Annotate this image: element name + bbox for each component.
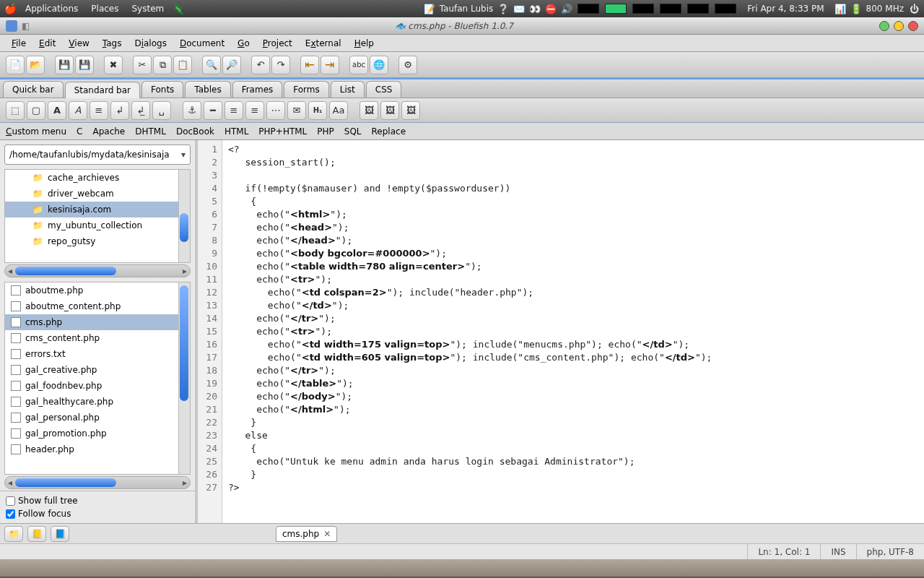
copy-button[interactable]: ⧉ <box>153 56 172 74</box>
file-item[interactable]: gal_creative.php <box>5 362 190 378</box>
tree-item[interactable]: 📁driver_webcam <box>5 186 190 202</box>
file-item[interactable]: errors.txt <box>5 346 190 362</box>
submenu-dhtml[interactable]: DHTML <box>135 126 166 137</box>
submenu-sql[interactable]: SQL <box>344 126 362 137</box>
battery-icon[interactable]: 🔋 <box>850 3 862 14</box>
tree-item[interactable]: 📁repo_gutsy <box>5 233 190 249</box>
menu-dialogs[interactable]: Dialogs <box>128 37 173 50</box>
block-icon[interactable]: ⛔ <box>545 3 557 14</box>
indent-left-button[interactable]: ⇤ <box>300 56 319 74</box>
tb2-quickstart[interactable]: ⬚ <box>6 101 25 120</box>
browser-button[interactable]: 🌐 <box>370 56 388 74</box>
tree-hscroll[interactable]: ◂▸ <box>4 264 191 277</box>
tb2-italic[interactable]: A <box>69 101 87 120</box>
tb2-nbsp[interactable]: ␣ <box>152 101 171 120</box>
panel-btn-3[interactable]: 📘 <box>51 526 69 542</box>
file-item[interactable]: aboutme.php <box>5 282 190 298</box>
submenu-php-html[interactable]: PHP+HTML <box>258 126 307 137</box>
menu-project[interactable]: Project <box>257 37 298 50</box>
path-combo[interactable]: /home/taufanlubis/mydata/kesinisaja ▾ <box>4 144 191 165</box>
code-area[interactable]: <? session_start(); if(!empty($namauser)… <box>222 140 924 523</box>
panel-btn-2[interactable]: 📒 <box>27 526 46 542</box>
tb2-rightalign[interactable]: ≡ <box>245 101 264 120</box>
new-button[interactable]: 📄 <box>6 56 25 74</box>
close-file-button[interactable]: ✖ <box>104 56 123 74</box>
minimize-button[interactable] <box>879 21 889 31</box>
mail-icon[interactable]: ✉️ <box>513 3 525 14</box>
tb2-bold[interactable]: A <box>48 101 66 120</box>
find-button[interactable]: 🔍 <box>202 56 221 74</box>
submenu-c[interactable]: C <box>77 126 82 137</box>
tab-quick-bar[interactable]: Quick bar <box>3 81 64 98</box>
submenu-html[interactable]: HTML <box>225 126 248 137</box>
titlebar[interactable]: ◧ 🐟 cms.php - Bluefish 1.0.7 <box>0 17 924 35</box>
tab-css[interactable]: CSS <box>366 81 402 98</box>
tb2-comment[interactable]: ⋯ <box>266 101 285 120</box>
note-icon[interactable]: 📝 <box>424 3 435 14</box>
file-item[interactable]: cms_content.php <box>5 330 190 346</box>
tb2-thumbnail[interactable]: 🖼 <box>380 101 399 120</box>
launch-icon[interactable]: 🦎 <box>173 3 184 14</box>
gnome-places[interactable]: Places <box>87 4 123 14</box>
submenu-apache[interactable]: Apache <box>92 126 125 137</box>
tb2-multithumb[interactable]: 🖼 <box>401 101 420 120</box>
menu-document[interactable]: Document <box>174 37 230 50</box>
file-list[interactable]: aboutme.phpaboutme_content.phpcms.phpcms… <box>4 282 191 475</box>
file-item[interactable]: header.php <box>5 441 190 457</box>
menu-view[interactable]: View <box>63 37 95 50</box>
menu-go[interactable]: Go <box>232 37 256 50</box>
tb2-image[interactable]: 🖼 <box>359 101 378 120</box>
gnome-clock[interactable]: Fri Apr 4, 8:33 PM <box>741 4 829 14</box>
power-icon[interactable]: ⏻ <box>908 3 920 14</box>
tree-scrollbar[interactable] <box>178 170 190 262</box>
undo-button[interactable]: ↶ <box>251 56 270 74</box>
paste-button[interactable]: 📋 <box>173 56 192 74</box>
tab-frames[interactable]: Frames <box>232 81 283 98</box>
tb2-anchor[interactable]: ⚓ <box>183 101 201 120</box>
tb2-breakclear[interactable]: ↲̲ <box>131 101 150 120</box>
tree-item[interactable]: 📁kesinisaja.com <box>5 202 190 217</box>
tb2-email[interactable]: ✉ <box>287 101 306 120</box>
gnome-user[interactable]: Taufan Lubis <box>440 4 494 14</box>
document-tab[interactable]: cms.php ✕ <box>276 526 337 542</box>
submenu-php[interactable]: PHP <box>317 126 334 137</box>
tb2-rule[interactable]: ━ <box>204 101 222 120</box>
open-button[interactable]: 📂 <box>26 56 45 74</box>
tree-item[interactable]: 📁cache_archieves <box>5 170 190 186</box>
tab-tables[interactable]: Tables <box>185 81 230 98</box>
tb2-font[interactable]: H₁ <box>308 101 327 120</box>
tb2-break[interactable]: ↲ <box>110 101 129 120</box>
indent-right-button[interactable]: ⇥ <box>321 56 339 74</box>
submenu-replace[interactable]: Replace <box>372 126 406 137</box>
volume-icon[interactable]: 🔊 <box>561 3 572 14</box>
file-item[interactable]: cms.php <box>5 314 190 330</box>
gnome-system[interactable]: System <box>127 4 168 14</box>
file-item[interactable]: gal_foodnbev.php <box>5 378 190 394</box>
chart-icon[interactable]: 📊 <box>834 3 846 14</box>
menu-tags[interactable]: Tags <box>97 37 128 50</box>
close-icon[interactable]: ✕ <box>323 529 331 539</box>
menu-edit[interactable]: Edit <box>33 37 61 50</box>
tb2-center[interactable]: ≡ <box>225 101 243 120</box>
close-button[interactable] <box>908 21 918 31</box>
save-button[interactable]: 💾 <box>55 56 74 74</box>
titlebar-sys-icon[interactable]: ◧ <box>22 21 30 31</box>
tab-list[interactable]: List <box>331 81 365 98</box>
folder-tree[interactable]: 📁cache_archieves📁driver_webcam📁kesinisaj… <box>4 169 191 263</box>
file-item[interactable]: gal_personal.php <box>5 410 190 426</box>
find-replace-button[interactable]: 🔎 <box>222 56 241 74</box>
redo-button[interactable]: ↷ <box>271 56 290 74</box>
tb2-body[interactable]: ▢ <box>27 101 45 120</box>
tab-fonts[interactable]: Fonts <box>141 81 183 98</box>
tree-item[interactable]: 📁my_ubuntu_collection <box>5 217 190 233</box>
tb2-basefont[interactable]: Aa <box>329 101 348 120</box>
follow-focus-checkbox[interactable]: Follow focus <box>6 507 189 520</box>
preferences-button[interactable]: ⚙ <box>398 56 417 74</box>
maximize-button[interactable] <box>894 21 904 31</box>
panel-btn-1[interactable]: 📁 <box>4 526 23 542</box>
filelist-hscroll[interactable]: ◂▸ <box>4 476 191 489</box>
submenu-custom[interactable]: Custom menu <box>6 126 66 137</box>
tb2-paragraph[interactable]: ≡ <box>90 101 108 120</box>
file-item[interactable]: gal_healthycare.php <box>5 394 190 410</box>
submenu-docbook[interactable]: DocBook <box>176 126 214 137</box>
